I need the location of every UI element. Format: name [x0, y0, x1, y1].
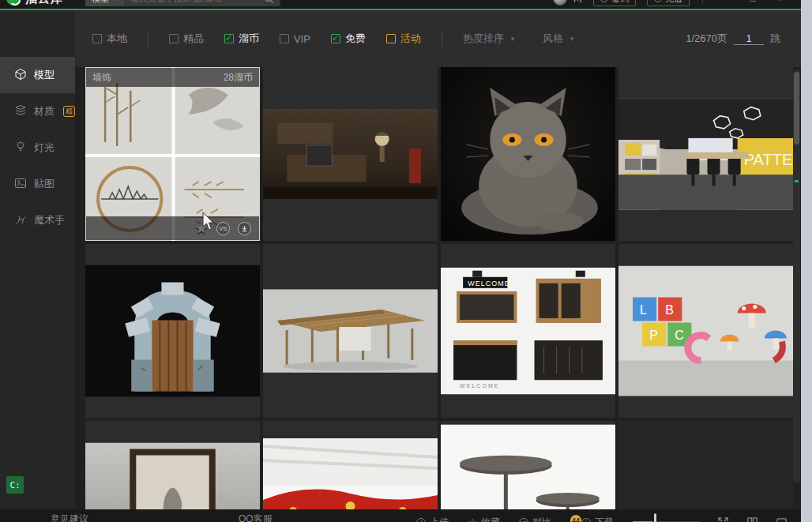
recharge-button[interactable]: 充值 — [647, 0, 690, 6]
slider-thumb[interactable] — [654, 514, 656, 522]
checkbox-icon — [280, 34, 289, 43]
sidebar-item-label: 模型 — [34, 68, 55, 82]
divider — [148, 31, 148, 47]
liuyunku-logo-icon — [6, 0, 21, 6]
titlebar: 溜云库 模型▼ 网 签到 充值 — [0, 0, 801, 9]
user-avatar[interactable] — [553, 0, 567, 6]
filter-checkbox-free[interactable]: 免费 — [331, 32, 366, 46]
sidebar-item-model[interactable]: 模型 — [0, 57, 75, 93]
card-category: 墙饰 — [92, 71, 111, 84]
model-card-gray-cat[interactable] — [441, 67, 615, 241]
search-category-dropdown[interactable]: 模型▼ — [85, 0, 124, 6]
scrollbar-marker — [795, 180, 799, 182]
content-area: 本地精品溜币VIP免费活动热度排序▼风格▼1/2670页跳 墙饰28溜币★VSP… — [75, 10, 801, 509]
svg-text:C: C — [675, 329, 684, 343]
statusbar-upload-button[interactable]: ↑上传 — [416, 516, 449, 522]
compare-vs-icon[interactable]: VS — [216, 222, 230, 235]
bulb-icon — [14, 141, 27, 156]
filter-checkbox-vip[interactable]: VIP — [280, 33, 310, 45]
card-action-overlay: ★VS — [86, 216, 259, 240]
disk-c-badge[interactable]: C: — [6, 476, 24, 494]
filter-label: 免费 — [345, 32, 366, 46]
statusbar-collect-button[interactable]: ☆收藏 — [468, 516, 500, 522]
filter-label: 活动 — [400, 32, 421, 46]
coin-icon — [654, 0, 662, 2]
filter-checkbox-event[interactable]: 活动 — [386, 32, 421, 46]
maximize-button[interactable]: □ — [742, 0, 763, 3]
screen-icon[interactable] — [776, 517, 787, 522]
sidebar-item-label: 材质 — [34, 104, 55, 118]
filter-label: 精品 — [183, 32, 204, 46]
divider — [442, 31, 442, 47]
checkbox-icon — [331, 34, 340, 43]
model-card-wooden-pergola[interactable] — [263, 244, 438, 418]
filter-checkbox-local[interactable]: 本地 — [92, 32, 127, 46]
sidebar-item-texture[interactable]: 贴图 — [0, 166, 75, 202]
layers-icon — [14, 104, 27, 119]
minimize-button[interactable]: — — [716, 0, 736, 3]
download-icon[interactable] — [238, 222, 251, 235]
scrollbar[interactable] — [793, 69, 800, 483]
thumbnail-yellow-office-interior: PATTERN — [618, 99, 793, 210]
sort-dropdown-popularity[interactable]: 热度排序▼ — [463, 32, 516, 46]
filter-checkbox-liucoin[interactable]: 溜币 — [224, 32, 259, 46]
svg-text:PATTERN: PATTERN — [744, 151, 793, 168]
expand-icon[interactable] — [718, 517, 728, 522]
accent-divider — [0, 9, 801, 10]
search-icon[interactable] — [258, 0, 280, 6]
chevron-down-icon: ▼ — [569, 36, 575, 43]
sidebar-item-label: 灯光 — [34, 141, 55, 155]
scrollbar-thumb[interactable] — [794, 72, 799, 145]
thumbnail-stone-archway — [85, 265, 260, 396]
columns-layout-icon[interactable] — [747, 517, 757, 522]
sidebar-item-light[interactable]: 灯光 — [0, 130, 75, 166]
model-card-wooden-cabinet[interactable] — [85, 421, 260, 509]
model-card-wall-decor-collage[interactable]: 墙饰28溜币★VS — [85, 67, 260, 241]
svg-text:WELCOME: WELCOME — [460, 383, 499, 389]
model-card-reception-desks[interactable]: WELCOMEWELCOME — [441, 244, 615, 418]
page-jump-input[interactable] — [734, 33, 764, 45]
cube-icon — [14, 68, 27, 83]
chevron-down-icon: ▼ — [112, 0, 118, 2]
star-icon: ☆ — [468, 516, 477, 522]
thumbnail-toy-blocks-and-mushrooms: LBPC — [618, 266, 793, 396]
model-card-toy-blocks-and-mushrooms[interactable]: LBPC — [618, 244, 793, 418]
picture-icon — [14, 177, 27, 192]
download-count-badge: 44 — [570, 515, 581, 522]
premium-badge: 精 — [63, 106, 75, 117]
feedback-link[interactable]: 意见建议 — [51, 513, 88, 522]
thumbnail-wooden-cabinet — [85, 443, 260, 510]
thumbnail-wooden-pergola — [263, 289, 438, 373]
thumbnail-gray-cat — [441, 67, 615, 241]
sidebar-item-material[interactable]: 材质精 — [0, 93, 75, 130]
sort-dropdown-style[interactable]: 风格▼ — [543, 32, 575, 46]
model-card-red-culture-wall[interactable] — [263, 421, 438, 509]
checkbox-icon — [169, 34, 179, 43]
card-price: 28溜币 — [224, 71, 253, 84]
username: 网 — [573, 0, 582, 5]
filter-checkbox-premium[interactable]: 精品 — [169, 32, 204, 46]
model-card-empty-loading[interactable] — [618, 421, 793, 509]
search-bar: 模型▼ — [85, 0, 280, 6]
favorite-star-icon[interactable]: ★ — [194, 220, 209, 236]
thumbnail-red-culture-wall — [263, 438, 438, 509]
thumbnail-industrial-loft-room — [263, 109, 438, 199]
statusbar-download-button[interactable]: 44↓下载 — [570, 516, 614, 522]
compare-icon: vs — [519, 518, 528, 522]
close-button[interactable]: × — [769, 0, 790, 3]
magic-hand-icon — [14, 213, 27, 228]
model-grid: 墙饰28溜币★VSPATTERNWELCOMEWELCOMELBPC — [75, 67, 801, 509]
page-jump-button[interactable]: 跳 — [770, 32, 780, 46]
check-in-button[interactable]: 签到 — [593, 0, 636, 6]
model-card-yellow-office-interior[interactable]: PATTERN — [618, 67, 793, 241]
filter-label: VIP — [294, 33, 310, 45]
model-card-stone-archway[interactable] — [85, 244, 260, 418]
model-card-industrial-loft-room[interactable] — [263, 67, 438, 241]
statusbar-compare-button[interactable]: vs对比 — [519, 516, 551, 522]
search-input[interactable] — [124, 0, 258, 6]
model-card-round-side-tables[interactable] — [441, 421, 615, 509]
thumbnail-wall-decor-collage — [85, 67, 260, 241]
filter-label: 溜币 — [239, 32, 259, 46]
qq-service-link[interactable]: QQ客服 — [239, 513, 273, 522]
sidebar-item-magic-hand[interactable]: 魔术手 — [0, 202, 75, 238]
